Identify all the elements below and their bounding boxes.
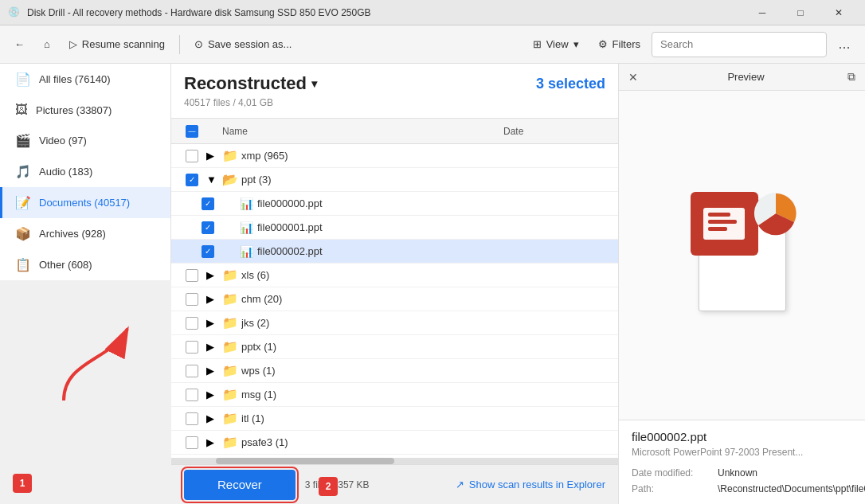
sidebar-label-archives: Archives (928): [39, 228, 158, 240]
table-row[interactable]: 📊 file000000.ppt: [171, 192, 618, 216]
expand-btn[interactable]: ▶: [206, 269, 222, 281]
table-row[interactable]: 📊 file000002.ppt: [171, 240, 618, 264]
more-options-button[interactable]: ...: [830, 30, 859, 59]
row-checkbox[interactable]: [186, 174, 198, 186]
sidebar-item-pictures[interactable]: 🖼 Pictures (33807): [0, 95, 170, 125]
preview-close-button[interactable]: ✕: [628, 71, 638, 84]
row-check-col: [178, 436, 206, 449]
show-scan-link[interactable]: ↗ Show scan results in Explorer: [456, 479, 605, 490]
preview-title: Preview: [644, 71, 847, 83]
search-input[interactable]: [652, 32, 827, 57]
expand-btn[interactable]: ▶: [206, 412, 222, 424]
sidebar-item-archives[interactable]: 📦 Archives (928): [0, 218, 170, 249]
slide-line-2: [708, 220, 737, 224]
save-session-button[interactable]: ⊙ Save session as...: [186, 30, 300, 59]
minimize-button[interactable]: ─: [744, 0, 781, 25]
titlebar: 💿 Disk Drill - All recovery methods - Ha…: [0, 0, 865, 25]
sidebar-label-other: Other (608): [39, 259, 158, 271]
row-checkbox[interactable]: [186, 269, 198, 282]
file-list[interactable]: ▶ 📁 xmp (965) ▼ 📂 ppt (3): [171, 144, 618, 458]
home-button[interactable]: ⌂: [36, 30, 58, 59]
back-button[interactable]: ←: [6, 30, 33, 59]
expand-btn[interactable]: ▶: [206, 341, 222, 353]
resume-scanning-button[interactable]: ▷ Resume scanning: [61, 30, 173, 59]
filters-icon: ⚙: [598, 38, 608, 50]
sidebar-item-documents[interactable]: 📝 Documents (40517): [0, 187, 170, 218]
folder-icon: 📁: [222, 268, 238, 283]
row-checkbox[interactable]: [186, 365, 198, 377]
scroll-thumb[interactable]: [216, 458, 394, 464]
row-checkbox[interactable]: [186, 389, 198, 401]
file-name: itl (1): [241, 412, 516, 424]
all-files-icon: 📄: [15, 72, 31, 87]
table-row[interactable]: ▶ 📁 pptx (1): [171, 335, 618, 359]
row-checkbox[interactable]: [186, 412, 198, 425]
view-label: View: [546, 38, 569, 50]
table-row[interactable]: ▶ 📁 chm (20): [171, 287, 618, 311]
folder-icon: 📁: [222, 411, 238, 427]
row-checkbox[interactable]: [186, 436, 198, 449]
row-checkbox[interactable]: [186, 317, 198, 330]
file-name: wps (1): [241, 365, 516, 377]
view-chevron-icon: ▾: [573, 38, 579, 50]
table-row[interactable]: ▶ 📁 itl (1): [171, 407, 618, 431]
row-checkbox[interactable]: [186, 341, 198, 354]
table-row[interactable]: ▼ 📂 ppt (3): [171, 168, 618, 192]
table-row[interactable]: ▶ 📁 msg (1): [171, 383, 618, 407]
collapse-arrow-icon: ▼: [206, 174, 217, 186]
file-name: xls (6): [241, 269, 516, 281]
titlebar-title: Disk Drill - All recovery methods - Hard…: [27, 7, 744, 18]
file-name: chm (20): [241, 293, 516, 305]
expand-btn[interactable]: ▶: [206, 293, 222, 305]
table-row[interactable]: ▶ 📁 wps (1): [171, 359, 618, 383]
expand-btn[interactable]: ▶: [206, 365, 222, 377]
row-checkbox[interactable]: [202, 197, 214, 210]
name-column-header: Name: [222, 126, 503, 137]
row-checkbox[interactable]: [202, 245, 214, 258]
sidebar-item-video[interactable]: 🎬 Video (97): [0, 125, 170, 156]
expand-arrow-icon: ▶: [206, 365, 214, 377]
expand-btn[interactable]: ▼: [206, 174, 222, 186]
view-button[interactable]: ⊞ View ▾: [525, 30, 587, 59]
sidebar-item-all-files[interactable]: 📄 All files (76140): [0, 64, 170, 95]
expand-btn[interactable]: ▶: [206, 436, 222, 448]
expand-btn[interactable]: ▶: [206, 317, 222, 329]
table-row[interactable]: ▶ 📁 xmp (965): [171, 144, 618, 168]
row-check-col: [194, 221, 222, 234]
preview-info: file000002.ppt Microsoft PowerPoint 97-2…: [619, 420, 865, 504]
dropdown-chevron-icon[interactable]: ▾: [311, 77, 317, 90]
recover-button[interactable]: Recover: [184, 470, 296, 500]
row-check-col: [178, 341, 206, 354]
select-all-checkbox[interactable]: [186, 125, 198, 138]
row-checkbox[interactable]: [202, 221, 214, 234]
expand-btn[interactable]: ▶: [206, 389, 222, 400]
row-check-col: [178, 293, 206, 306]
table-row[interactable]: 📊 file000001.ppt: [171, 216, 618, 240]
row-checkbox[interactable]: [186, 293, 198, 306]
expand-btn[interactable]: ▶: [206, 150, 222, 162]
close-button[interactable]: ✕: [820, 0, 857, 25]
horizontal-scrollbar[interactable]: [171, 458, 618, 464]
table-row[interactable]: ▶ 📁 psafe3 (1): [171, 431, 618, 455]
video-icon: 🎬: [15, 133, 31, 148]
row-checkbox[interactable]: [186, 150, 198, 162]
main-layout: 📄 All files (76140) 🖼 Pictures (33807) 🎬…: [0, 64, 865, 504]
sidebar-label-documents: Documents (40517): [39, 197, 158, 209]
maximize-button[interactable]: □: [782, 0, 819, 25]
filters-button[interactable]: ⚙ Filters: [590, 30, 648, 59]
home-icon: ⌂: [44, 38, 50, 50]
date-modified-label: Date modified:: [632, 467, 711, 479]
table-row[interactable]: ▶ 📁 jks (2): [171, 311, 618, 335]
view-icon: ⊞: [533, 38, 542, 50]
content-subtitle: 40517 files / 4,01 GB: [184, 97, 605, 115]
sidebar-label-all-files: All files (76140): [39, 73, 158, 85]
path-value: \Reconstructed\Documents\ppt\file000002.…: [718, 483, 865, 494]
file-name: msg (1): [241, 389, 516, 400]
preview-expand-button[interactable]: ⧉: [847, 70, 855, 84]
sidebar-item-other[interactable]: 📋 Other (608): [0, 249, 170, 280]
table-row[interactable]: ▶ 📁 xls (6): [171, 264, 618, 287]
show-scan-label: Show scan results in Explorer: [469, 479, 605, 490]
title-text: Reconstructed: [184, 73, 307, 94]
folder-icon: 📁: [222, 387, 238, 403]
sidebar-item-audio[interactable]: 🎵 Audio (183): [0, 156, 170, 187]
